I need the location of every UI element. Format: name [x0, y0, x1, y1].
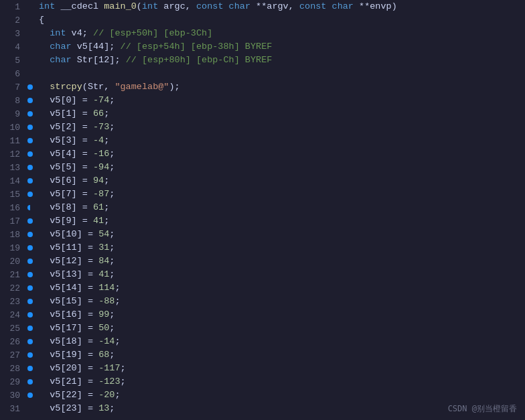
line-number: 7 [0, 82, 25, 92]
breakpoint-area [25, 245, 35, 251]
table-row: 26 v5[18] = -14; [0, 335, 525, 348]
breakpoint-area [25, 165, 35, 170]
code-text: v5[5] = -94; [35, 161, 115, 174]
line-number: 3 [0, 29, 25, 39]
table-row: 17 v5[9] = 41; [0, 214, 525, 228]
breakpoint-dot [27, 205, 33, 210]
code-text: v5[20] = -117; [35, 362, 126, 375]
token: char [332, 1, 354, 11]
table-row: 19 v5[11] = 31; [0, 241, 525, 255]
token: 68 [98, 350, 109, 360]
code-text: v5[3] = -4; [35, 134, 109, 147]
table-row: 6 [0, 67, 525, 80]
token: // [esp+80h] [ebp-Ch] BYREF [126, 55, 273, 65]
table-row: 14 v5[6] = 94; [0, 174, 525, 188]
token: -117 [98, 363, 120, 373]
line-number: 29 [0, 377, 25, 387]
token: int [39, 1, 55, 11]
breakpoint-area [25, 339, 35, 344]
code-text: char v5[44]; // [esp+54h] [ebp-38h] BYRE… [35, 40, 272, 54]
breakpoint-dot [27, 232, 33, 237]
line-number: 17 [0, 216, 25, 226]
watermark: CSDN @别当橙留香 [448, 403, 517, 415]
line-number: 12 [0, 149, 25, 159]
line-number: 5 [0, 56, 25, 66]
code-text: v5[6] = 94; [35, 174, 109, 188]
code-text: v5[17] = 50; [35, 322, 115, 335]
line-number: 9 [0, 109, 25, 119]
line-number: 28 [0, 364, 25, 374]
breakpoint-area [25, 192, 35, 197]
breakpoint-dot [27, 151, 33, 157]
line-number: 18 [0, 230, 25, 240]
token: 31 [98, 242, 109, 253]
table-row: 30 v5[22] = -20; [0, 389, 525, 402]
token: 50 [98, 323, 109, 333]
line-number: 14 [0, 176, 25, 186]
code-text: v5[7] = -87; [35, 188, 115, 201]
table-row: 2{ [0, 13, 525, 27]
line-number: 1 [0, 2, 25, 12]
token: -123 [98, 376, 120, 387]
token: 13 [98, 403, 109, 413]
line-number: 6 [0, 69, 25, 79]
token: -14 [98, 336, 115, 346]
code-text: v5[8] = 61; [35, 201, 109, 214]
breakpoint-dot [27, 352, 33, 358]
line-number: 25 [0, 324, 25, 334]
table-row: 29 v5[21] = -123; [0, 375, 525, 389]
line-number: 13 [0, 163, 25, 173]
token: const [196, 1, 224, 11]
table-row: 18 v5[10] = 54; [0, 228, 525, 241]
breakpoint-dot [27, 192, 33, 197]
line-number: 10 [0, 123, 25, 133]
breakpoint-area [25, 259, 35, 264]
code-text: v5[2] = -73; [35, 121, 115, 134]
token: 41 [93, 216, 104, 226]
breakpoint-area [25, 366, 35, 371]
code-text: v5[16] = 99; [35, 308, 115, 322]
token: -74 [93, 95, 109, 105]
token: char [50, 55, 71, 65]
line-number: 4 [0, 42, 25, 52]
breakpoint-dot [27, 111, 33, 117]
code-text: char Str[12]; // [esp+80h] [ebp-Ch] BYRE… [35, 54, 272, 67]
token: 41 [98, 269, 109, 279]
code-text: v5[13] = 41; [35, 268, 115, 281]
token: 66 [93, 109, 104, 119]
token: // [esp+54h] [ebp-38h] BYREF [121, 42, 273, 52]
line-number: 22 [0, 283, 25, 293]
breakpoint-dot [27, 245, 33, 251]
token: -87 [93, 189, 109, 199]
line-number: 31 [0, 404, 25, 414]
breakpoint-area [25, 125, 35, 130]
token: char [229, 1, 250, 11]
breakpoint-area [25, 178, 35, 184]
breakpoint-dot [27, 84, 33, 90]
table-row: 5 char Str[12]; // [esp+80h] [ebp-Ch] BY… [0, 54, 525, 67]
token: 61 [93, 202, 104, 212]
breakpoint-dot [27, 299, 33, 304]
breakpoint-area [25, 272, 35, 277]
breakpoint-dot [27, 312, 33, 318]
token: main_0 [104, 1, 137, 11]
breakpoint-area [25, 379, 35, 384]
code-text: v5[4] = -16; [35, 147, 115, 161]
breakpoint-dot [27, 165, 33, 170]
token: 54 [98, 229, 109, 239]
token: 99 [98, 309, 109, 320]
token: strcpy [50, 82, 82, 92]
table-row: 4 char v5[44]; // [esp+54h] [ebp-38h] BY… [0, 40, 525, 54]
breakpoint-dot [27, 272, 33, 277]
line-number: 20 [0, 257, 25, 267]
breakpoint-area [25, 326, 35, 331]
breakpoint-dot [27, 98, 33, 103]
line-number: 23 [0, 297, 25, 307]
token: -4 [93, 135, 104, 145]
table-row: 12 v5[4] = -16; [0, 147, 525, 161]
table-row: 3 int v4; // [esp+50h] [ebp-3Ch] [0, 27, 525, 40]
breakpoint-area [25, 352, 35, 358]
breakpoint-area [25, 138, 35, 143]
breakpoint-dot [27, 326, 33, 331]
table-row: 23 v5[15] = -88; [0, 295, 525, 308]
